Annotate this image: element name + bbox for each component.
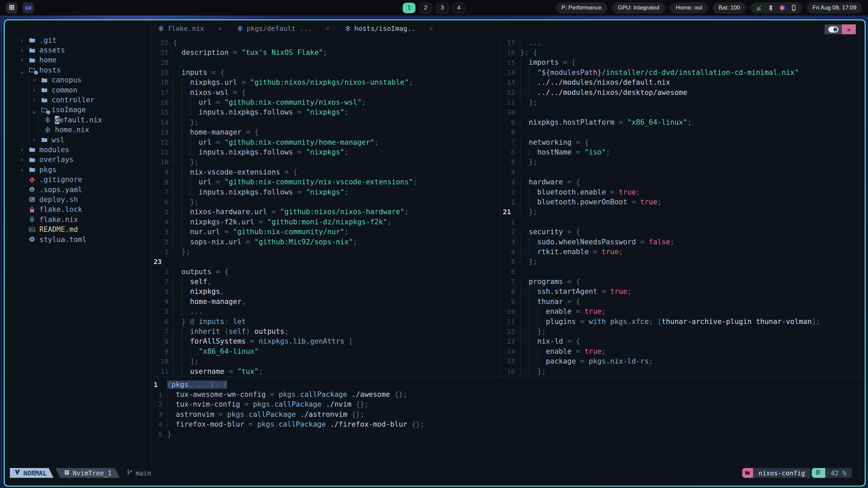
window-close-button[interactable]: ✕ xyxy=(842,24,856,34)
tab-close-icon[interactable]: × xyxy=(326,25,330,32)
tree-item-overlays[interactable]: ›overlays xyxy=(5,155,151,165)
code-line[interactable]: 18 nixpkgs.url = "github:nixos/nixpkgs/n… xyxy=(154,78,500,87)
chevron-right-icon[interactable]: › xyxy=(20,156,28,163)
code-line[interactable]: 20 xyxy=(154,58,500,67)
chevron-down-icon[interactable]: ⌄ xyxy=(20,67,28,75)
tree-item-flake.lock[interactable]: flake.lock xyxy=(5,205,151,215)
code-line[interactable]: 8 forAllSystems = nixpkgs.lib.genAttrs [ xyxy=(154,337,500,346)
chevron-right-icon[interactable]: › xyxy=(20,146,28,154)
code-line[interactable]: 4 firefox-mod-blur = pkgs.callPackage ./… xyxy=(154,420,865,429)
code-line[interactable]: 17 ... xyxy=(503,38,865,47)
tree-item-common[interactable]: ›common xyxy=(5,85,151,95)
code-line[interactable]: 10 xyxy=(503,107,865,117)
code-line[interactable]: 7 programs = { xyxy=(503,277,865,286)
workspace-button-1[interactable]: 1 xyxy=(403,3,416,13)
workspace-button-2[interactable]: 2 xyxy=(419,3,432,13)
app-grid-button[interactable] xyxy=(6,2,17,14)
code-line[interactable]: 2 security = { xyxy=(503,227,865,237)
code-line[interactable]: 8 xyxy=(503,127,865,137)
code-line[interactable]: 5 nixos-hardware.url = "github:nixos/nix… xyxy=(154,207,500,217)
code-line[interactable]: 15 imports = [ xyxy=(503,58,865,67)
code-line[interactable]: 6 xyxy=(503,267,865,277)
tree-item-README.md[interactable]: README.md xyxy=(5,224,151,234)
code-line[interactable]: 21 description = "tux's NixOS Flake"; xyxy=(154,47,500,57)
code-line[interactable]: 1 tux-awesome-wm-config = pkgs.callPacka… xyxy=(154,389,865,399)
tree-item-.gitignore[interactable]: .gitignore xyxy=(5,175,151,184)
tab-pkgs-default-[interactable]: pkgs/default ...× xyxy=(237,24,330,33)
tree-item-isoImage[interactable]: ⌄✓isoImage xyxy=(5,105,151,115)
code-line[interactable]: 5 ... xyxy=(154,307,500,317)
tree-item-hosts[interactable]: ⌄✓hosts xyxy=(5,65,151,75)
code-line[interactable]: 12 ../../modules/nixos/desktop/awesome xyxy=(503,87,865,97)
code-line[interactable]: 16 }; xyxy=(503,366,865,376)
window-toggle[interactable] xyxy=(825,24,842,34)
code-line[interactable]: 1 bluetooth.powerOnBoot = true; xyxy=(503,197,865,207)
code-line[interactable]: 4 nixpkgs-f2k.url = "github:moni-dz/nixp… xyxy=(154,217,500,227)
code-line[interactable]: 8 ssh.startAgent = true; xyxy=(503,287,865,297)
code-line[interactable]: 12 url = "github:nix-community/home-mana… xyxy=(154,137,500,147)
tree-item-wsl[interactable]: ›wsl xyxy=(5,135,151,145)
code-line[interactable]: 15 package = pkgs.nix-ld-rs; xyxy=(503,357,865,366)
code-line[interactable]: 14 "${modulesPath}/installer/cd-dvd/inst… xyxy=(503,67,865,77)
code-line[interactable]: 3 astronvim = pkgs.callPackage ./astronv… xyxy=(154,409,865,419)
code-line[interactable]: 9 nixpkgs.hostPlatform = "x86_64-linux"; xyxy=(503,117,865,127)
code-line[interactable]: 1 }; xyxy=(154,247,500,257)
chevron-down-icon[interactable]: ⌄ xyxy=(32,107,41,114)
code-line[interactable]: 2 sops-nix.url = "github:Mic92/sops-nix"… xyxy=(154,237,500,247)
code-line[interactable]: 6 }; xyxy=(154,197,500,207)
code-line[interactable]: 9 thunar = { xyxy=(503,297,865,306)
code-line[interactable]: 10 ]; xyxy=(154,357,500,366)
code-line[interactable]: 11 ]; xyxy=(503,97,865,107)
tree-item-home[interactable]: ›home xyxy=(5,55,151,65)
wm-launcher-button[interactable]: $W xyxy=(22,2,34,14)
code-line[interactable]: 1 xyxy=(503,217,865,227)
code-line[interactable]: 4 xyxy=(503,167,865,177)
chevron-right-icon[interactable]: › xyxy=(20,46,28,54)
code-line[interactable]: 2 tux-nvim-config = pkgs.callPackage ./n… xyxy=(154,400,865,409)
code-line[interactable]: 23 xyxy=(154,257,500,267)
code-line[interactable]: 3 nixpkgs, xyxy=(154,287,500,297)
tab-close-icon[interactable]: × xyxy=(218,25,222,32)
code-line[interactable]: 16 url = "github:nix-community/nixos-wsl… xyxy=(154,97,500,107)
tree-item-stylua.toml[interactable]: stylua.toml xyxy=(5,235,151,244)
code-line[interactable]: 2 self, xyxy=(154,277,500,286)
code-line[interactable]: 4 home-manager, xyxy=(154,297,500,306)
code-line[interactable]: 10 }; xyxy=(154,157,500,167)
tree-item-assets[interactable]: ›assets xyxy=(5,45,151,55)
chevron-right-icon[interactable]: › xyxy=(32,86,41,94)
code-line[interactable]: 5 }; xyxy=(503,257,865,267)
code-line[interactable]: 13 home-manager = { xyxy=(154,127,500,137)
code-line[interactable]: 13 ../../modules/nixos/default.nix xyxy=(503,78,865,87)
chevron-right-icon[interactable]: › xyxy=(20,37,28,44)
tree-item-flake.nix[interactable]: flake.nix xyxy=(5,215,151,224)
code-line[interactable]: 14 enable = true; xyxy=(503,346,865,356)
code-line[interactable]: 11 inputs.nixpkgs.follows = "nixpkgs"; xyxy=(154,147,500,157)
code-line[interactable]: 7 networking = { xyxy=(503,137,865,147)
workspace-button-3[interactable]: 3 xyxy=(436,3,449,13)
code-line[interactable]: 4 rtkit.enable = true; xyxy=(503,247,865,257)
tree-item-.sops.yaml[interactable]: .sops.yaml xyxy=(5,185,151,195)
code-line[interactable]: 11 username = "tux"; xyxy=(154,366,500,376)
code-line[interactable]: 21 }; xyxy=(503,207,865,217)
code-line[interactable]: 7 inherit (self) outputs; xyxy=(154,326,500,336)
code-line[interactable]: 19 inputs = { xyxy=(154,67,500,77)
code-line[interactable]: 8 url = "github:nix-community/nix-vscode… xyxy=(154,177,500,187)
code-line[interactable]: 1 outputs = { xyxy=(154,267,500,277)
code-line[interactable]: 3 hardware = { xyxy=(503,177,865,187)
tree-item-canopus[interactable]: ›canopus xyxy=(5,75,151,85)
tree-item-home.nix[interactable]: home.nix xyxy=(5,125,151,135)
code-line[interactable]: 5} xyxy=(154,429,865,439)
tree-item-default.nix[interactable]: default.nix xyxy=(5,115,151,125)
tab-flake-nix[interactable]: flake.nix× xyxy=(158,24,222,33)
code-line[interactable]: 7 inputs.nixpkgs.follows = "nixpkgs"; xyxy=(154,187,500,197)
code-line[interactable]: 13 nix-ld = { xyxy=(503,337,865,346)
code-line[interactable]: 9 nix-vscode-extensions = { xyxy=(154,167,500,177)
tab-close-icon[interactable]: × xyxy=(429,25,433,32)
tree-item-.git[interactable]: ›.git xyxy=(5,35,151,45)
code-line[interactable]: 6 hostName = "iso"; xyxy=(503,147,865,157)
chevron-right-icon[interactable]: › xyxy=(32,136,41,144)
chevron-right-icon[interactable]: › xyxy=(32,76,41,84)
code-line[interactable]: 9 "x86_64-linux" xyxy=(154,346,500,356)
chevron-right-icon[interactable]: › xyxy=(20,166,28,174)
chevron-right-icon[interactable]: › xyxy=(20,56,28,64)
